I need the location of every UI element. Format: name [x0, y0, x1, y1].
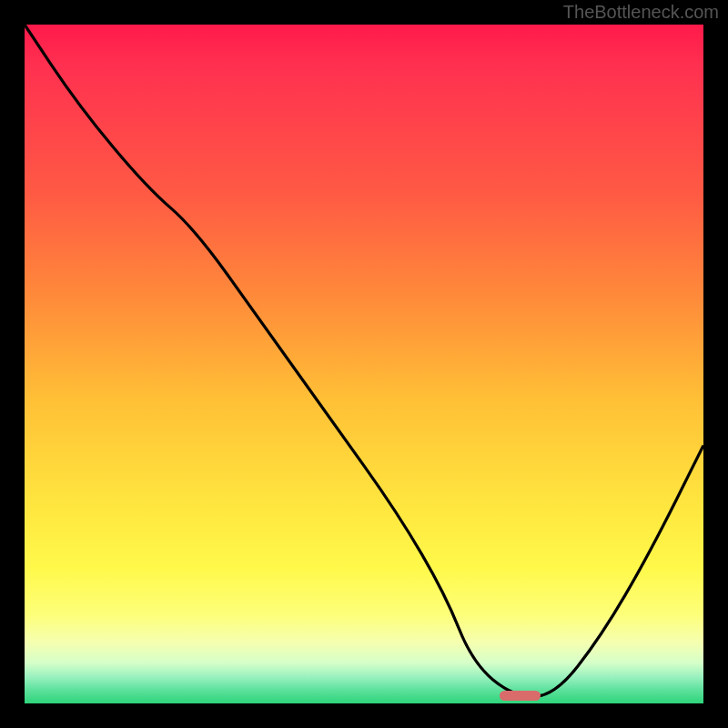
plot-area: [25, 25, 703, 703]
watermark-text: TheBottleneck.com: [563, 2, 719, 23]
bottleneck-curve: [25, 25, 703, 703]
curve-path: [25, 25, 703, 697]
optimal-marker: [500, 691, 541, 701]
